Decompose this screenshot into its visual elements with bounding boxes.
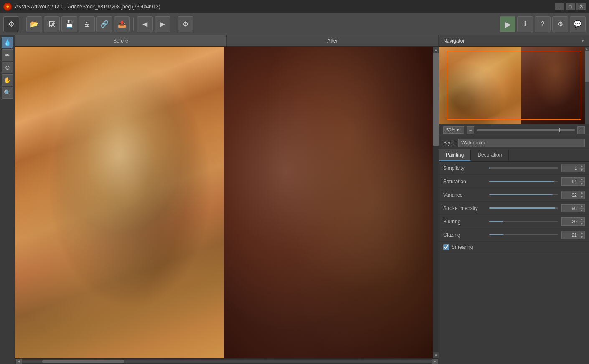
forward-button[interactable]: ▶ (155, 16, 170, 32)
glazing-value[interactable]: 21 (561, 231, 579, 239)
pen-tool-button[interactable]: ✒ (2, 49, 13, 61)
print-button[interactable]: 🖨 (79, 16, 95, 32)
blurring-increment[interactable]: ▲ (579, 217, 585, 222)
chat-button[interactable]: 💬 (570, 16, 586, 32)
blurring-fill (489, 221, 503, 222)
stroke-intensity-decrement[interactable]: ▼ (579, 208, 585, 212)
share2-button[interactable]: 📤 (114, 16, 130, 32)
style-label: Style: (443, 140, 456, 146)
canvas-container[interactable] (15, 47, 433, 358)
v-scroll-down-arrow[interactable]: ▼ (433, 352, 439, 358)
blurring-slider-area (489, 221, 558, 222)
style-select[interactable]: Watercolor Oil Painting Pencil Comics Pa… (458, 139, 585, 147)
h-scroll-track[interactable] (22, 360, 432, 363)
hand-tool-button[interactable]: ✋ (2, 74, 13, 86)
toolbar-sep-3 (174, 18, 174, 31)
canvas-vertical-scrollbar[interactable]: ▲ ▼ (433, 47, 439, 358)
after-canvas-half (224, 47, 433, 358)
style-selector-row: Style: Watercolor Oil Painting Pencil Co… (439, 136, 589, 149)
navigator-image (439, 47, 589, 124)
zoom-out-button[interactable]: − (467, 126, 474, 134)
nav-before-preview (439, 47, 521, 124)
stroke-intensity-increment[interactable]: ▲ (579, 204, 585, 208)
nav-scrollbar[interactable]: ▲ (585, 47, 589, 124)
info-button[interactable]: ℹ (517, 16, 533, 32)
canvas-horizontal-scrollbar[interactable]: ◀ ▶ (15, 358, 439, 364)
stroke-intensity-slider[interactable] (489, 207, 558, 209)
navigator-title: Navigator (443, 38, 465, 44)
minimize-button[interactable]: ─ (555, 3, 564, 10)
h-scroll-thumb[interactable] (42, 360, 124, 363)
navigator-collapse-icon[interactable]: ▼ (581, 38, 585, 43)
open-file-button[interactable]: 📂 (26, 16, 42, 32)
settings-button[interactable]: ⚙ (178, 16, 193, 32)
app-title: AKVIS ArtWork v.12.0 - AdobeStock_881972… (15, 4, 555, 10)
nav-scroll-thumb[interactable] (585, 51, 589, 82)
after-tab[interactable]: After (227, 35, 439, 46)
app-icon: ★ (3, 3, 12, 11)
save-button[interactable]: 💾 (61, 16, 77, 32)
blurring-slider[interactable] (489, 221, 558, 222)
simplicity-slider[interactable] (489, 167, 558, 169)
stroke-intensity-value[interactable]: 96 (561, 204, 579, 212)
close-button[interactable]: ✕ (576, 3, 586, 10)
prefs-button[interactable]: ⚙ (552, 16, 568, 32)
blurring-value[interactable]: 20 (561, 217, 579, 226)
decoration-tab[interactable]: Decoration (471, 149, 509, 161)
smearing-checkbox[interactable] (443, 244, 449, 250)
h-scroll-left-arrow[interactable]: ◀ (16, 359, 22, 364)
blurring-decrement[interactable]: ▼ (579, 222, 585, 226)
simplicity-value[interactable]: 1 (561, 164, 579, 172)
before-tab[interactable]: Before (15, 35, 227, 46)
back-button[interactable]: ◀ (137, 16, 153, 32)
brush-tool-button[interactable]: 💧 (2, 37, 13, 48)
variance-value[interactable]: 92 (561, 191, 579, 199)
blurring-param: Blurring 20 ▲ ▼ (439, 215, 589, 228)
toolbar-right: ▶ ℹ ? ⚙ 💬 (500, 16, 586, 32)
help-button[interactable]: ? (535, 16, 551, 32)
stroke-intensity-spinner: ▲ ▼ (579, 204, 585, 212)
simplicity-label: Simplicity (443, 165, 489, 171)
saturation-value[interactable]: 94 (561, 177, 579, 186)
before-canvas-half (15, 47, 224, 358)
v-scroll-up-arrow[interactable]: ▲ (433, 47, 439, 53)
saturation-label: Saturation (443, 179, 489, 185)
h-scroll-right-arrow[interactable]: ▶ (432, 359, 438, 364)
maximize-button[interactable]: □ (566, 3, 575, 10)
zoom-value-select[interactable]: 50% ▾ (443, 126, 464, 134)
variance-decrement[interactable]: ▼ (579, 195, 585, 199)
zoom-slider-thumb[interactable] (559, 128, 560, 132)
eraser-tool-button[interactable]: ⊘ (2, 62, 13, 73)
logo-button[interactable]: ⚙ (3, 16, 19, 32)
zoom-tool-button[interactable]: 🔍 (2, 87, 13, 99)
saturation-increment[interactable]: ▲ (579, 177, 585, 182)
effect-tabs: Painting Decoration (439, 149, 589, 162)
variance-slider[interactable] (489, 194, 558, 195)
saturation-decrement[interactable]: ▼ (579, 182, 585, 186)
variance-increment[interactable]: ▲ (579, 191, 585, 195)
v-scroll-thumb[interactable] (433, 53, 439, 147)
glazing-increment[interactable]: ▲ (579, 231, 585, 235)
open-image-button[interactable]: 🖼 (44, 16, 60, 32)
variance-label: Variance (443, 192, 489, 198)
share1-button[interactable]: 🔗 (96, 16, 112, 32)
simplicity-increment[interactable]: ▲ (579, 164, 585, 168)
zoom-in-button[interactable]: + (577, 126, 585, 134)
saturation-slider[interactable] (489, 181, 558, 182)
zoom-slider[interactable] (477, 129, 575, 131)
variance-spinner: ▲ ▼ (579, 191, 585, 199)
navigator-header: Navigator ▼ (439, 35, 589, 47)
simplicity-decrement[interactable]: ▼ (579, 168, 585, 172)
glazing-decrement[interactable]: ▼ (579, 235, 585, 239)
variance-fill (489, 194, 553, 195)
stroke-intensity-fill (489, 207, 555, 209)
painting-tab[interactable]: Painting (439, 149, 471, 161)
nav-scroll-up[interactable]: ▲ (585, 47, 589, 51)
toolbar-sep-2 (133, 18, 134, 31)
smearing-param: Smearing (439, 242, 589, 253)
glazing-slider[interactable] (489, 234, 558, 235)
glazing-param: Glazing 21 ▲ ▼ (439, 228, 589, 242)
glazing-value-box: 21 ▲ ▼ (561, 231, 585, 239)
blurring-label: Blurring (443, 219, 489, 225)
play-button[interactable]: ▶ (500, 16, 515, 32)
